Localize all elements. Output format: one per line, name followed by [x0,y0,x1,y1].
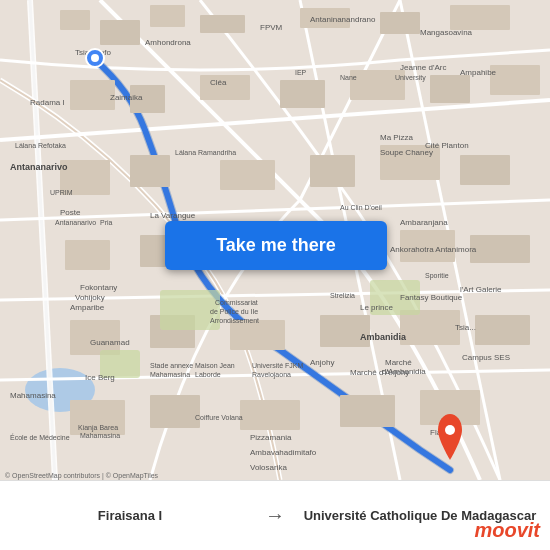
svg-text:© OpenStreetMap contributors |: © OpenStreetMap contributors | © OpenMap… [5,472,159,480]
map-container: Tsiazotafo Amhondrona FPVM Antaninanandr… [0,0,550,480]
svg-text:d'Ambanidia: d'Ambanidia [382,367,426,376]
svg-rect-17 [130,155,170,187]
svg-text:Pizzamania: Pizzamania [250,433,292,442]
origin-label: Firaisana I [98,508,162,523]
svg-rect-36 [240,400,300,430]
svg-text:Lálana Refotaka: Lálana Refotaka [15,142,66,149]
svg-text:Coiffure Volana: Coiffure Volana [195,414,243,421]
svg-text:Cléa: Cléa [210,78,227,87]
svg-text:Fokontany: Fokontany [80,283,117,292]
svg-text:Arrondissement: Arrondissement [210,317,259,324]
svg-text:Maison Jean: Maison Jean [195,362,235,369]
svg-text:La Varangue: La Varangue [150,211,196,220]
svg-text:Laborde: Laborde [195,371,221,378]
svg-text:Vohijoky: Vohijoky [75,293,105,302]
svg-text:Marché: Marché [385,358,412,367]
svg-text:Ma Pizza: Ma Pizza [380,133,413,142]
svg-rect-33 [475,315,530,345]
svg-text:Poste: Poste [60,208,81,217]
svg-text:l'Art Galerie: l'Art Galerie [460,285,502,294]
svg-text:Ice Berg: Ice Berg [85,373,115,382]
svg-text:Lálana Ramandriha: Lálana Ramandriha [175,149,236,156]
svg-point-110 [445,425,455,435]
svg-text:Radama I: Radama I [30,98,65,107]
svg-text:Ravelojaona: Ravelojaona [252,371,291,379]
svg-text:Mangasoavina: Mangasoavina [420,28,473,37]
svg-text:Guanamad: Guanamad [90,338,130,347]
svg-text:Ampahibe: Ampahibe [460,68,497,77]
svg-rect-9 [70,80,115,110]
bottom-bar: Firaisana I → Université Catholique De M… [0,480,550,550]
svg-text:Stade annexe: Stade annexe [150,362,193,369]
svg-text:Fantasy Boutique: Fantasy Boutique [400,293,463,302]
svg-rect-18 [220,160,275,190]
svg-text:University: University [395,74,426,82]
svg-text:Mahamasina: Mahamasina [80,432,120,439]
svg-rect-32 [400,310,460,345]
route-arrow-icon: → [260,504,290,527]
svg-rect-2 [60,10,90,30]
svg-rect-30 [230,320,285,350]
svg-text:FPVM: FPVM [260,23,283,32]
svg-text:Ankorahotra Antanimora: Ankorahotra Antanimora [390,245,477,254]
svg-rect-22 [65,240,110,270]
svg-text:Université FJKM: Université FJKM [252,362,304,369]
svg-rect-27 [470,235,530,263]
svg-text:Antananarivo: Antananarivo [55,219,96,226]
svg-text:Amparibe: Amparibe [70,303,105,312]
moovit-brand-text: moovit [474,519,540,542]
svg-point-109 [91,54,99,62]
svg-text:Tsia...: Tsia... [455,323,476,332]
svg-text:IEP: IEP [295,69,307,76]
svg-rect-37 [340,395,395,427]
svg-rect-21 [460,155,510,185]
svg-text:Strelizia: Strelizia [330,292,355,299]
svg-text:Anjohy: Anjohy [310,358,334,367]
svg-text:Volosarika: Volosarika [250,463,287,472]
svg-text:Mahamasina: Mahamasina [10,391,56,400]
svg-text:Au Clin D'oeil: Au Clin D'oeil [340,204,382,211]
svg-text:Campus SES: Campus SES [462,353,510,362]
svg-text:Jeanne d'Arc: Jeanne d'Arc [400,63,446,72]
svg-text:Ambaranjana: Ambaranjana [400,218,448,227]
svg-text:Antaninanandrano: Antaninanandrano [310,15,376,24]
svg-text:Nane: Nane [340,74,357,81]
svg-text:Ambanidia: Ambanidia [360,332,407,342]
svg-rect-19 [310,155,355,187]
svg-text:Pria: Pria [100,219,113,226]
svg-rect-15 [490,65,540,95]
svg-rect-3 [100,20,140,45]
svg-text:de Police du IIe: de Police du IIe [210,308,258,315]
svg-text:Amhondrona: Amhondrona [145,38,191,47]
svg-text:Cité Planton: Cité Planton [425,141,469,150]
svg-rect-5 [200,15,245,33]
svg-rect-8 [450,5,510,30]
svg-text:Antananarivo: Antananarivo [10,162,68,172]
svg-text:Mahamasina: Mahamasina [150,371,190,378]
origin-endpoint: Firaisana I [0,508,260,523]
svg-rect-35 [150,395,200,428]
svg-text:Zaimaika: Zaimaika [110,93,143,102]
svg-text:Kianja Barea: Kianja Barea [78,424,118,432]
svg-rect-14 [430,75,470,103]
svg-text:École de Médecine: École de Médecine [10,433,70,441]
moovit-logo: moovit [474,519,540,542]
svg-text:UPRIM: UPRIM [50,189,73,196]
svg-rect-12 [280,80,325,108]
svg-rect-7 [380,12,420,34]
svg-rect-4 [150,5,185,27]
svg-text:Commissariat: Commissariat [215,299,258,306]
svg-text:Sporitie: Sporitie [425,272,449,280]
svg-text:Le prince: Le prince [360,303,393,312]
take-me-there-button[interactable]: Take me there [165,221,387,270]
svg-text:Ambavahadimitafo: Ambavahadimitafo [250,448,317,457]
svg-rect-31 [320,315,370,347]
